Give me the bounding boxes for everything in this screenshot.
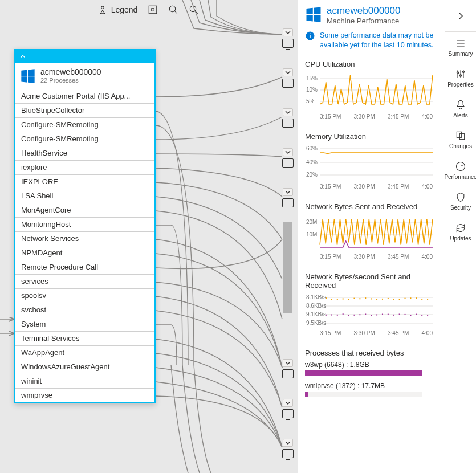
rail-item-properties[interactable]: Properties <box>443 63 476 93</box>
section-title: Processes that received bytes <box>305 349 438 357</box>
zoom-out-button[interactable] <box>168 5 178 15</box>
card-collapse-bar[interactable] <box>15 50 154 63</box>
dependency-target[interactable] <box>282 399 294 418</box>
process-item[interactable]: iexplore <box>15 160 154 174</box>
bar-fill <box>305 370 422 376</box>
machine-card: acmeweb000000 22 Processes Acme Customer… <box>14 49 156 403</box>
svg-rect-62 <box>427 315 428 316</box>
chart-title: CPU Utilization <box>305 60 438 68</box>
process-item[interactable]: WindowsAzureGuestAgent <box>15 360 154 374</box>
process-item[interactable]: BlueStripeCollector <box>15 103 154 117</box>
dependency-target[interactable] <box>282 28 294 48</box>
x-ticks: 3:15 PM 3:30 PM 3:45 PM 4:00 <box>305 328 433 336</box>
process-item[interactable]: LSA Shell <box>15 189 154 203</box>
svg-rect-33 <box>348 299 349 300</box>
rail-label: Updates <box>450 235 471 242</box>
process-item[interactable]: System <box>15 317 154 331</box>
x-tick: 3:30 PM <box>354 184 375 190</box>
y-tick: 9.1KB/s <box>306 311 326 317</box>
process-item[interactable]: svchost <box>15 303 154 317</box>
bar-background <box>305 370 422 376</box>
process-item[interactable]: WaAppAgent <box>15 345 154 360</box>
x-tick: 3:45 PM <box>388 330 409 336</box>
svg-rect-52 <box>399 314 400 315</box>
chevron-down-icon[interactable] <box>283 439 293 447</box>
info-banner: Some performance data may not be availab… <box>305 31 438 50</box>
rail-item-security[interactable]: Security <box>443 186 476 217</box>
y-tick: 10M <box>306 231 317 238</box>
process-item[interactable]: Remote Procedure Call <box>15 260 154 274</box>
rail-item-updates[interactable]: Updates <box>443 217 476 247</box>
svg-rect-39 <box>365 298 366 299</box>
process-item[interactable]: Configure-SMRemoting <box>15 117 154 132</box>
process-item[interactable]: IEXPLORE <box>15 174 154 189</box>
chart-title: Memory Utilization <box>305 132 438 141</box>
process-item[interactable]: spoolsv <box>15 288 154 303</box>
dependency-target[interactable] <box>282 108 294 128</box>
windows-icon <box>20 68 36 84</box>
rail-label: Changes <box>449 143 472 149</box>
rail-label: Summary <box>449 51 473 57</box>
svg-rect-49 <box>393 299 394 300</box>
svg-rect-38 <box>359 315 360 316</box>
dependency-target[interactable] <box>282 68 294 88</box>
card-title-row[interactable]: acmeweb000000 22 Processes <box>15 63 154 89</box>
svg-rect-31 <box>343 299 344 300</box>
process-item[interactable]: Configure-SMRemoting <box>15 132 154 146</box>
rail-item-performance[interactable]: Performance <box>443 155 476 186</box>
process-item[interactable]: services <box>15 274 154 288</box>
dependency-target[interactable] <box>282 148 294 168</box>
legend-button[interactable]: Legend <box>97 5 138 15</box>
monitor-icon <box>282 449 294 458</box>
chevron-down-icon[interactable] <box>283 108 293 116</box>
monitor-icon <box>282 79 294 88</box>
svg-rect-37 <box>359 299 360 300</box>
process-item[interactable]: Terminal Services <box>15 331 154 345</box>
process-item[interactable]: NPMDAgent <box>15 246 154 260</box>
process-item[interactable]: MonAgentCore <box>15 203 154 217</box>
svg-rect-51 <box>399 299 400 300</box>
svg-rect-69 <box>459 134 464 140</box>
rail-label: Security <box>450 205 471 211</box>
chevron-down-icon[interactable] <box>283 148 293 156</box>
dependency-target[interactable] <box>282 439 294 458</box>
gauge-icon <box>455 161 466 172</box>
chevron-down-icon[interactable] <box>283 188 293 196</box>
cpu-chart-block: CPU Utilization 15% 10% 5% 3:15 PM 3:30 … <box>305 60 438 120</box>
monitor-icon <box>282 409 294 418</box>
sliders-icon <box>455 68 466 80</box>
process-item[interactable]: wininit <box>15 374 154 388</box>
monitor-icon <box>282 369 294 378</box>
zoom-in-button[interactable] <box>189 5 199 15</box>
chevron-down-icon[interactable] <box>283 399 293 407</box>
process-item[interactable]: wmiprvse <box>15 388 154 402</box>
process-item[interactable]: Network Services <box>15 231 154 246</box>
rail-item-changes[interactable]: Changes <box>443 124 476 155</box>
rail-expand-button[interactable] <box>445 0 476 32</box>
fit-to-screen-button[interactable] <box>148 5 158 15</box>
collapsed-group-box[interactable] <box>283 222 292 313</box>
zoom-in-icon <box>189 5 199 15</box>
chevron-down-icon[interactable] <box>283 359 293 367</box>
process-item[interactable]: MonitoringHost <box>15 217 154 231</box>
x-tick: 3:30 PM <box>354 254 375 260</box>
chevron-down-icon[interactable] <box>283 68 293 76</box>
dependency-target[interactable] <box>282 359 294 378</box>
dependency-target[interactable] <box>282 188 294 207</box>
rail-item-summary[interactable]: Summary <box>443 32 476 63</box>
rail-label: Alerts <box>453 112 468 119</box>
rail-item-alerts[interactable]: Alerts <box>443 93 476 124</box>
svg-rect-46 <box>382 314 383 315</box>
network-bytes-chart-block: Network Bytes Sent and Received 20M 10M … <box>305 202 438 260</box>
svg-rect-35 <box>353 298 355 299</box>
chevron-down-icon[interactable] <box>283 28 293 36</box>
svg-rect-28 <box>331 315 332 316</box>
svg-rect-48 <box>388 314 389 315</box>
process-item[interactable]: HealthService <box>15 146 154 160</box>
side-rail: SummaryPropertiesAlertsChangesPerformanc… <box>445 0 476 473</box>
svg-rect-55 <box>410 298 411 299</box>
process-received-label: w3wp (6648) : 1.8GB <box>305 361 438 369</box>
monitor-icon <box>282 119 294 128</box>
network-bytes-sparkline <box>305 214 433 252</box>
process-item[interactable]: Acme Customer Portal (IIS App... <box>15 89 154 103</box>
